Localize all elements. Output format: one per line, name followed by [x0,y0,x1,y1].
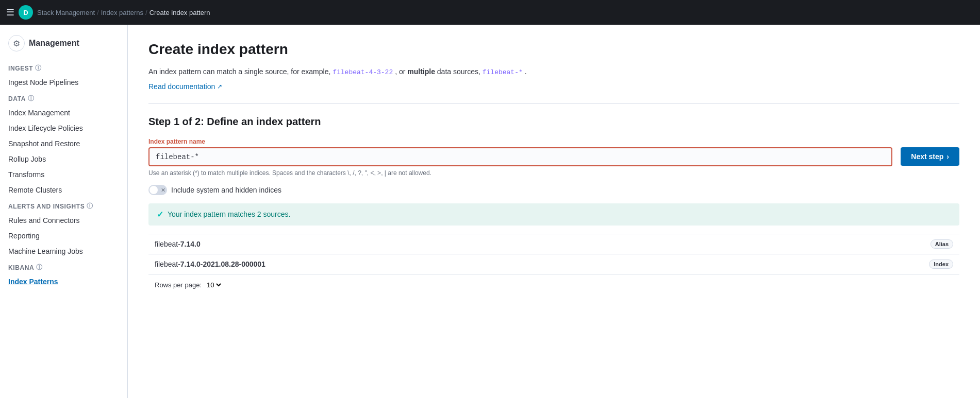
sidebar-section-alerts: Alerts and Insights ⓘ [0,198,127,213]
sidebar-title: Management [29,39,79,48]
info-icon-data: ⓘ [28,94,35,103]
rows-per-page-select[interactable]: 10 25 50 [205,281,223,289]
sidebar-item-snapshot-restore[interactable]: Snapshot and Restore [0,136,127,151]
result-prefix-1: filebeat- [155,240,180,248]
code-example-2: filebeat-* [483,68,523,76]
results-table: filebeat-7.14.0 Alias filebeat-7.14.0-20… [148,234,959,274]
breadcrumb-stack-management[interactable]: Stack Management [37,9,95,16]
main-layout: ⚙ Management Ingest ⓘ Ingest Node Pipeli… [0,25,980,398]
toggle-label: Include system and hidden indices [171,186,281,194]
sidebar-item-transforms[interactable]: Transforms [0,167,127,182]
toggle-x-icon: ✕ [161,187,165,194]
main-content: Create index pattern An index pattern ca… [128,25,980,398]
system-indices-toggle[interactable]: ✕ [148,185,167,195]
info-icon-ingest: ⓘ [35,64,42,73]
index-badge: Index [929,259,953,269]
sidebar-item-index-lifecycle-policies[interactable]: Index Lifecycle Policies [0,120,127,136]
input-row: Next step › [148,147,959,166]
rows-per-page-label: Rows per page: [155,281,202,289]
sidebar-item-ingest-node-pipelines[interactable]: Ingest Node Pipelines [0,75,127,90]
breadcrumb-index-patterns[interactable]: Index patterns [101,9,143,16]
sidebar-item-index-patterns[interactable]: Index Patterns [0,274,127,289]
table-row: filebeat-7.14.0-2021.08.28-000001 Index [148,254,959,274]
read-doc-link[interactable]: Read documentation ↗ [148,82,222,91]
info-icon-kibana: ⓘ [36,263,43,272]
gear-icon: ⚙ [8,35,25,51]
sidebar-section-data: Data ⓘ [0,90,127,105]
sidebar-item-index-management[interactable]: Index Management [0,105,127,120]
sidebar-item-rules-connectors[interactable]: Rules and Connectors [0,213,127,228]
divider-1 [148,103,959,103]
index-pattern-input-outer[interactable] [148,147,892,166]
chevron-right-icon: › [946,152,949,161]
alias-badge: Alias [931,239,953,249]
sidebar-item-rollup-jobs[interactable]: Rollup Jobs [0,151,127,167]
read-doc-label: Read documentation [148,82,215,91]
desc-multiple: multiple [407,67,435,76]
toggle-knob [150,186,158,194]
sidebar: ⚙ Management Ingest ⓘ Ingest Node Pipeli… [0,25,128,398]
next-step-button[interactable]: Next step › [901,147,959,166]
toggle-row: ✕ Include system and hidden indices [148,185,959,195]
breadcrumb-sep-1: / [97,9,99,16]
sidebar-header: ⚙ Management [0,33,127,60]
result-suffix-1: 7.14.0 [180,240,201,248]
description-line: An index pattern can match a single sour… [148,66,959,78]
sidebar-item-reporting[interactable]: Reporting [0,228,127,244]
pagination-row: Rows per page: 10 25 50 [148,274,959,289]
desc-after: data sources, [437,67,480,76]
desc-middle: , or [395,67,405,76]
result-prefix-2: filebeat- [155,260,180,268]
result-name-2: filebeat-7.14.0-2021.08.28-000001 [148,254,774,274]
next-step-label: Next step [911,152,943,161]
desc-before: An index pattern can match a single sour… [148,67,330,76]
info-icon-alerts: ⓘ [87,202,93,211]
breadcrumb-create-index-pattern: Create index pattern [150,9,210,16]
breadcrumbs: Stack Management / Index patterns / Crea… [37,9,210,16]
desc-end: . [525,67,527,76]
avatar: D [19,5,33,20]
step-title: Step 1 of 2: Define an index pattern [148,116,959,128]
field-label: Index pattern name [148,138,959,145]
sidebar-section-kibana: Kibana ⓘ [0,259,127,274]
sidebar-item-remote-clusters[interactable]: Remote Clusters [0,182,127,198]
result-badge-cell-2: Index [774,254,959,274]
page-title: Create index pattern [148,41,959,58]
breadcrumb-sep-2: / [145,9,147,16]
index-pattern-input[interactable] [156,153,885,161]
match-banner: ✓ Your index pattern matches 2 sources. [148,203,959,226]
match-text: Your index pattern matches 2 sources. [168,210,290,218]
external-link-icon: ↗ [217,83,222,90]
result-name-1: filebeat-7.14.0 [148,234,774,254]
sidebar-item-ml-jobs[interactable]: Machine Learning Jobs [0,244,127,259]
hamburger-icon[interactable]: ☰ [6,7,14,18]
result-badge-cell-1: Alias [774,234,959,254]
table-row: filebeat-7.14.0 Alias [148,234,959,254]
hint-text: Use an asterisk (*) to match multiple in… [148,169,959,177]
check-icon: ✓ [157,210,163,219]
top-nav: ☰ D Stack Management / Index patterns / … [0,0,980,25]
result-suffix-2: 7.14.0-2021.08.28-000001 [180,260,265,268]
code-example-1: filebeat-4-3-22 [333,68,393,76]
sidebar-section-ingest: Ingest ⓘ [0,60,127,75]
